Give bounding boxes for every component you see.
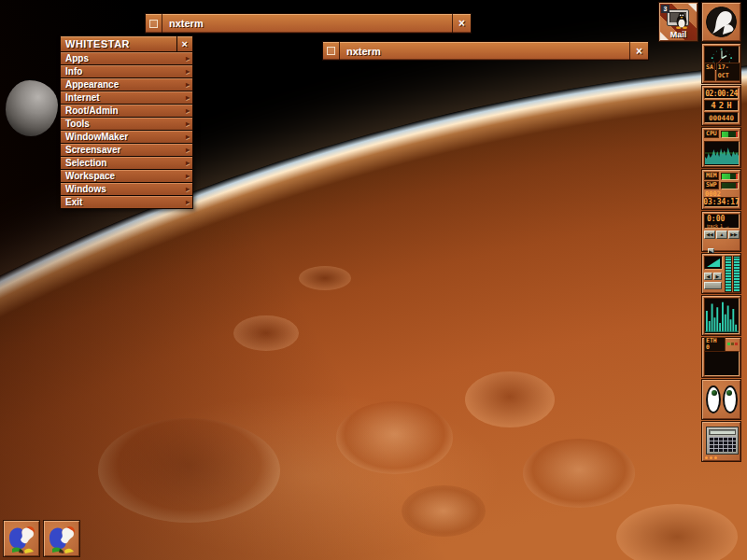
dock-tile-mixer[interactable]: ◀ ▶: [701, 253, 741, 294]
dock-tile-mail[interactable]: 3 Mail: [658, 2, 698, 42]
date: 17-OCT: [716, 63, 740, 81]
menu-item-appearance[interactable]: Appearance ▸: [61, 78, 192, 91]
close-button[interactable]: ×: [629, 42, 648, 60]
digital-time: 02:00:24: [704, 88, 739, 99]
weekday: SA: [704, 63, 715, 81]
date-display: SA 17-OCT: [704, 63, 740, 81]
cpu-label: CPU: [704, 130, 719, 138]
whitestar-logo-icon: [46, 523, 78, 554]
mem-usage-gauge: [721, 173, 739, 180]
submenu-arrow-icon: ▸: [186, 159, 192, 167]
dock-tile-cd-player[interactable]: 0:00 track 1 → ◀◀ ▲ ▶▶ ▶: [701, 211, 741, 252]
dock-tile-clock[interactable]: SA 17-OCT: [701, 43, 741, 84]
submenu-arrow-icon: ▸: [186, 106, 192, 115]
menu-item-windows[interactable]: Windows ▸: [61, 183, 192, 195]
swap-label: SWP: [704, 181, 719, 189]
window-title: nxterm: [162, 18, 452, 29]
dock-tile-mem-monitor[interactable]: MEM SWP 0002 days, 03:34:17: [701, 169, 741, 210]
miniaturize-icon: [149, 20, 158, 28]
menu-item-screensaver[interactable]: Screensaver ▸: [61, 144, 192, 156]
submenu-arrow-icon: ▸: [186, 146, 192, 154]
corner-decoration: [688, 4, 697, 12]
appicon-whitestar-2[interactable]: [43, 520, 80, 557]
submenu-arrow-icon: ▸: [186, 119, 192, 128]
direction-arrow-icon: →: [725, 223, 730, 229]
miniaturize-button[interactable]: [146, 14, 162, 33]
cpu-history-graph: [704, 141, 740, 166]
prev-track-button[interactable]: ◀◀: [704, 231, 715, 239]
mem-label: MEM: [704, 172, 719, 180]
submenu-arrow-icon: ▸: [186, 54, 192, 63]
menu-item-tools[interactable]: Tools ▸: [61, 118, 192, 130]
submenu-arrow-icon: ▸: [186, 172, 192, 180]
menu-title: WHITESTAR: [61, 38, 176, 49]
player-time: 0:00: [707, 216, 737, 223]
dock-tile-eyes[interactable]: [701, 379, 741, 420]
windowmaker-logo-icon: [702, 3, 740, 41]
channel-prev-button[interactable]: ◀: [704, 273, 712, 280]
cpu-load-gauge: [721, 131, 739, 138]
desktop: nxterm × nxterm × WHITESTAR × Apps ▸ Inf…: [0, 0, 747, 560]
menu-item-internet[interactable]: Internet ▸: [61, 91, 192, 104]
window-titlebar-nxterm-1[interactable]: nxterm ×: [145, 13, 472, 34]
submenu-arrow-icon: ▸: [186, 93, 192, 102]
menu-item-exit[interactable]: Exit ▸: [61, 196, 192, 208]
root-menu-titlebar[interactable]: WHITESTAR ×: [61, 36, 192, 51]
track-number: 1: [720, 223, 723, 229]
submenu-arrow-icon: ▸: [186, 67, 192, 76]
appicon-whitestar-1[interactable]: [3, 520, 40, 557]
eth-status-leds: [727, 343, 739, 345]
dock-tile-digital-clock[interactable]: 02:00:24 42H 000440: [701, 85, 741, 126]
status-leds: [705, 456, 717, 459]
eyes-icon: [702, 380, 740, 419]
eth-label: ETH 0: [704, 337, 726, 352]
miniaturize-button[interactable]: [323, 42, 340, 60]
dock-tile-windowmaker[interactable]: [701, 2, 741, 42]
menu-item-selection[interactable]: Selection ▸: [61, 157, 192, 169]
window-titlebar-nxterm-2[interactable]: nxterm ×: [322, 41, 649, 61]
menu-close-button[interactable]: ×: [176, 36, 192, 51]
mail-label: Mail: [659, 30, 698, 39]
uptime-clock: 03:34:17: [704, 197, 739, 207]
lcd-indicator-row: 42H: [704, 100, 739, 111]
submenu-arrow-icon: ▸: [186, 185, 192, 193]
root-menu: WHITESTAR × Apps ▸ Info ▸ Appearance ▸ I…: [60, 35, 193, 209]
lcd-counter: 000440: [704, 112, 739, 123]
window-title: nxterm: [340, 46, 629, 57]
dock-tile-cpu-monitor[interactable]: CPU: [701, 127, 741, 168]
volume-display: [704, 256, 723, 270]
submenu-arrow-icon: ▸: [186, 80, 192, 89]
close-button[interactable]: ×: [452, 14, 471, 33]
mute-button[interactable]: [704, 282, 722, 289]
eth-traffic-display: [704, 351, 740, 376]
volume-wedge-icon: [707, 259, 720, 267]
dock-tile-spectrum[interactable]: [701, 295, 741, 336]
menu-item-workspace[interactable]: Workspace ▸: [61, 170, 192, 182]
submenu-arrow-icon: ▸: [186, 133, 192, 141]
level-meter-left: [725, 256, 732, 292]
miniaturize-icon: [327, 47, 335, 55]
menu-item-root-admin[interactable]: Root/Admin ▸: [61, 105, 192, 117]
dock-tile-calculator[interactable]: [701, 421, 741, 462]
submenu-arrow-icon: ▸: [186, 198, 192, 206]
eject-button[interactable]: ▲: [716, 231, 727, 239]
track-label: track: [707, 223, 718, 229]
mail-count-badge: 3: [661, 5, 669, 13]
channel-next-button[interactable]: ▶: [713, 273, 722, 280]
spectrum-graph: [704, 298, 740, 334]
next-track-button[interactable]: ▶▶: [728, 231, 740, 239]
menu-item-info[interactable]: Info ▸: [61, 65, 192, 77]
menu-item-windowmaker[interactable]: WindowMaker ▸: [61, 131, 192, 143]
dock-tile-ethernet[interactable]: ETH 0: [701, 337, 741, 378]
calculator-icon: [706, 427, 739, 455]
menu-item-apps[interactable]: Apps ▸: [61, 52, 192, 64]
whitestar-logo-icon: [6, 523, 37, 554]
tux-penguin-icon: [675, 12, 688, 29]
swap-usage-gauge: [721, 182, 739, 189]
level-meter-right: [733, 256, 740, 292]
